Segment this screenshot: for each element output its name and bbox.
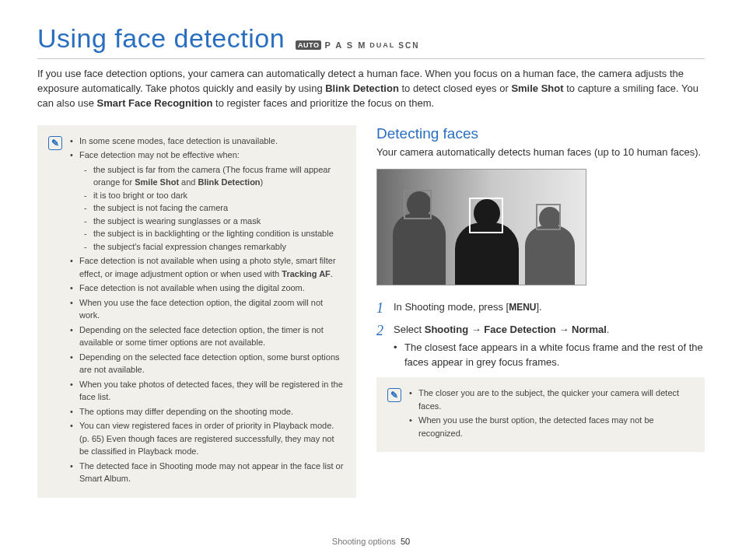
- note-item: The detected face in Shooting mode may n…: [70, 460, 345, 485]
- note-item: The closer you are to the subject, the q…: [409, 387, 694, 412]
- menu-button-label: MENU: [509, 302, 536, 313]
- note-box-left: ✎ In some scene modes, face detection is…: [37, 125, 356, 498]
- note-subitem: the subject is in backlighting or the li…: [84, 227, 345, 240]
- intro-paragraph: If you use face detection options, your …: [37, 67, 705, 111]
- section-title: Detecting faces: [376, 125, 705, 142]
- step-1: In Shooting mode, press [MENU].: [376, 299, 705, 315]
- mode-pasm: P A S M: [324, 40, 366, 50]
- note-item: When you use the burst option, the detec…: [409, 414, 694, 439]
- note-item: Face detection is not available when usi…: [70, 254, 345, 280]
- note-icon: ✎: [387, 388, 401, 402]
- note-subitem: the subject's facial expression changes …: [84, 240, 345, 254]
- mode-auto-icon: AUTO: [296, 40, 321, 50]
- note-subitem: the subject is far from the camera (The …: [84, 163, 345, 189]
- note-icon: ✎: [48, 136, 62, 150]
- note-item: Depending on the selected face detection…: [70, 351, 345, 376]
- note-item: Depending on the selected face detection…: [70, 324, 345, 349]
- note-subitem: the subject is not facing the camera: [84, 201, 345, 215]
- note-item: Face detection is not available when usi…: [70, 282, 345, 295]
- illustration-face-detection: [376, 169, 586, 285]
- note-item: When you use the face detection option, …: [70, 296, 345, 322]
- focus-frame-grey-icon: [536, 204, 561, 230]
- page-title: Using face detection: [37, 23, 285, 54]
- note-subitem: the subject is wearing sunglasses or a m…: [84, 215, 345, 228]
- page-footer: Shooting options 50: [0, 537, 742, 546]
- mode-dual-icon: DUAL: [369, 41, 395, 49]
- note-subitem: it is too bright or too dark: [84, 189, 345, 202]
- mode-icons: AUTO P A S M DUAL SCN: [296, 40, 419, 50]
- note-item: You can view registered faces in order o…: [70, 419, 345, 458]
- note-item: The options may differ depending on the …: [70, 405, 345, 418]
- title-divider: [37, 58, 705, 59]
- section-text: Your camera automatically detects human …: [376, 145, 705, 159]
- note-box-right: ✎ The closer you are to the subject, the…: [376, 377, 705, 452]
- focus-frame-grey-icon: [404, 190, 432, 219]
- note-item: In some scene modes, face detection is u…: [70, 135, 345, 148]
- note-item: Face detection may not be effective when…: [70, 149, 345, 253]
- footer-section: Shooting options: [332, 537, 396, 546]
- step-detail: The closest face appears in a white focu…: [394, 341, 705, 370]
- focus-frame-white-icon: [469, 198, 503, 233]
- page-number: 50: [401, 537, 410, 546]
- step-2: Select Shooting → Face Detection → Norma…: [376, 322, 705, 369]
- note-item: When you take photos of detected faces, …: [70, 378, 345, 404]
- mode-scn: SCN: [398, 41, 419, 50]
